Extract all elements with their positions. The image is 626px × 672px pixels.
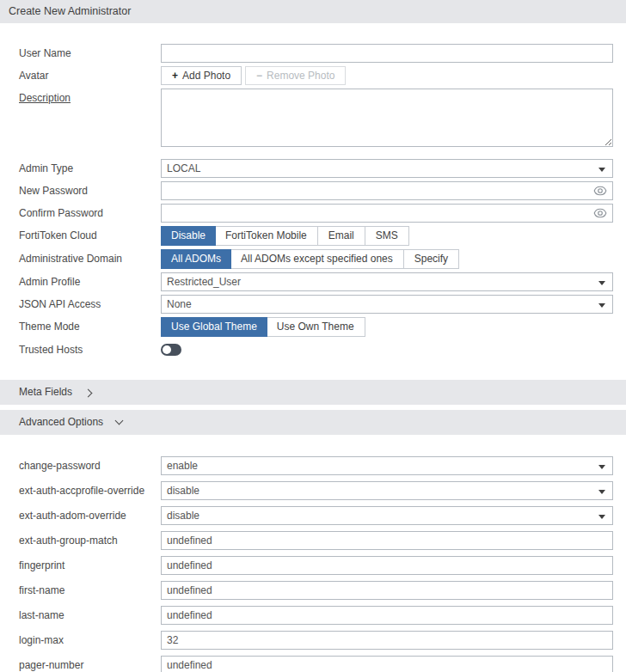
confirm-password-label: Confirm Password — [19, 204, 161, 223]
ext-auth-accprofile-override-label: ext-auth-accprofile-override — [19, 481, 161, 500]
create-admin-form: User Name Avatar +Add Photo−Remove Photo… — [0, 23, 626, 359]
last-name-label: last-name — [19, 606, 161, 625]
description-textarea[interactable] — [161, 89, 613, 147]
admin-type-label: Admin Type — [19, 159, 161, 178]
last-name-input[interactable] — [161, 606, 613, 625]
ext-auth-adom-override-row: ext-auth-adom-override disable — [19, 506, 613, 525]
remove-photo-label: Remove Photo — [267, 70, 334, 82]
administrative-domain-row: Administrative Domain All ADOMs All ADOM… — [19, 249, 613, 269]
confirm-password-row: Confirm Password — [19, 204, 613, 223]
chevron-right-icon — [84, 389, 93, 398]
page-title: Create New Administrator — [0, 0, 626, 23]
ext-auth-group-match-input[interactable] — [161, 531, 613, 550]
json-api-access-label: JSON API Access — [19, 295, 161, 314]
theme-mode-group: Use Global Theme Use Own Theme — [161, 317, 365, 337]
change-password-row: change-password enable — [19, 456, 613, 475]
theme-option-own[interactable]: Use Own Theme — [267, 318, 365, 336]
remove-photo-button[interactable]: −Remove Photo — [245, 66, 346, 85]
admin-type-value: LOCAL — [167, 162, 200, 174]
meta-fields-label: Meta Fields — [19, 386, 72, 398]
adom-option-specify[interactable]: Specify — [404, 250, 458, 268]
login-max-input[interactable] — [161, 631, 613, 650]
caret-down-icon — [598, 303, 605, 308]
description-row: Description — [19, 89, 613, 147]
chevron-down-icon — [115, 417, 124, 425]
change-password-label: change-password — [19, 456, 161, 475]
fortitoken-option-disable[interactable]: Disable — [161, 226, 216, 246]
first-name-row: first-name — [19, 581, 613, 600]
fingerprint-row: fingerprint — [19, 556, 613, 575]
adom-option-all-except[interactable]: All ADOMs except specified ones — [230, 250, 404, 268]
eye-icon[interactable] — [593, 186, 607, 196]
user-name-input[interactable] — [161, 44, 613, 63]
change-password-select[interactable]: enable — [161, 456, 613, 475]
ext-auth-accprofile-override-row: ext-auth-accprofile-override disable — [19, 481, 613, 500]
ext-auth-accprofile-override-value: disable — [167, 485, 199, 497]
advanced-options-label: Advanced Options — [19, 416, 103, 428]
theme-mode-label: Theme Mode — [19, 317, 161, 336]
pager-number-row: pager-number — [19, 656, 613, 672]
confirm-password-input[interactable] — [161, 204, 613, 223]
eye-icon[interactable] — [593, 208, 607, 218]
advanced-options-section-header[interactable]: Advanced Options — [0, 410, 626, 435]
admin-profile-select[interactable]: Restricted_User — [161, 272, 613, 291]
pager-number-input[interactable] — [161, 656, 613, 672]
ext-auth-adom-override-select[interactable]: disable — [161, 506, 613, 525]
fortitoken-option-sms[interactable]: SMS — [365, 227, 408, 245]
avatar-row: Avatar +Add Photo−Remove Photo — [19, 66, 613, 85]
fingerprint-input[interactable] — [161, 556, 613, 575]
fortitoken-cloud-label: FortiToken Cloud — [19, 226, 161, 245]
caret-down-icon — [598, 168, 605, 172]
toggle-knob — [163, 345, 171, 354]
user-name-label: User Name — [19, 44, 161, 63]
admin-profile-label: Admin Profile — [19, 272, 161, 291]
first-name-label: first-name — [19, 581, 161, 600]
ext-auth-adom-override-label: ext-auth-adom-override — [19, 506, 161, 525]
add-photo-label: Add Photo — [182, 70, 230, 82]
theme-option-global[interactable]: Use Global Theme — [161, 317, 267, 337]
description-label: Description — [19, 89, 161, 107]
login-max-row: login-max — [19, 631, 613, 650]
adom-option-all[interactable]: All ADOMs — [161, 249, 231, 269]
json-api-access-value: None — [167, 298, 192, 310]
caret-down-icon — [598, 465, 605, 469]
fingerprint-label: fingerprint — [19, 556, 161, 575]
pager-number-label: pager-number — [19, 656, 161, 672]
admin-type-select[interactable]: LOCAL — [161, 159, 613, 178]
add-photo-button[interactable]: +Add Photo — [161, 66, 242, 85]
advanced-options-form: change-password enable ext-auth-accprofi… — [0, 440, 626, 672]
caret-down-icon — [598, 490, 605, 494]
admin-profile-row: Admin Profile Restricted_User — [19, 272, 613, 291]
login-max-label: login-max — [19, 631, 161, 650]
caret-down-icon — [598, 281, 605, 285]
json-api-access-row: JSON API Access None — [19, 295, 613, 314]
theme-mode-row: Theme Mode Use Global Theme Use Own Them… — [19, 317, 613, 337]
change-password-value: enable — [167, 460, 198, 472]
new-password-label: New Password — [19, 181, 161, 200]
avatar-label: Avatar — [19, 66, 161, 85]
last-name-row: last-name — [19, 606, 613, 625]
ext-auth-adom-override-value: disable — [167, 510, 199, 522]
fortitoken-cloud-row: FortiToken Cloud Disable FortiToken Mobi… — [19, 226, 613, 246]
administrative-domain-label: Administrative Domain — [19, 249, 161, 268]
meta-fields-section-header[interactable]: Meta Fields — [0, 380, 626, 405]
first-name-input[interactable] — [161, 581, 613, 600]
administrative-domain-group: All ADOMs All ADOMs except specified one… — [161, 249, 459, 269]
admin-type-row: Admin Type LOCAL — [19, 159, 613, 178]
new-password-input[interactable] — [161, 181, 613, 200]
ext-auth-group-match-label: ext-auth-group-match — [19, 531, 161, 550]
fortitoken-option-email[interactable]: Email — [318, 227, 365, 245]
trusted-hosts-toggle[interactable] — [161, 344, 181, 356]
new-password-row: New Password — [19, 181, 613, 200]
plus-icon: + — [172, 70, 178, 82]
fortitoken-option-mobile[interactable]: FortiToken Mobile — [215, 227, 318, 245]
ext-auth-accprofile-override-select[interactable]: disable — [161, 481, 613, 500]
trusted-hosts-row: Trusted Hosts — [19, 340, 613, 359]
fortitoken-cloud-group: Disable FortiToken Mobile Email SMS — [161, 226, 409, 246]
minus-icon: − — [256, 70, 262, 82]
caret-down-icon — [598, 515, 605, 519]
json-api-access-select[interactable]: None — [161, 295, 613, 314]
admin-profile-value: Restricted_User — [167, 276, 241, 288]
user-name-row: User Name — [19, 44, 613, 63]
trusted-hosts-label: Trusted Hosts — [19, 340, 161, 359]
